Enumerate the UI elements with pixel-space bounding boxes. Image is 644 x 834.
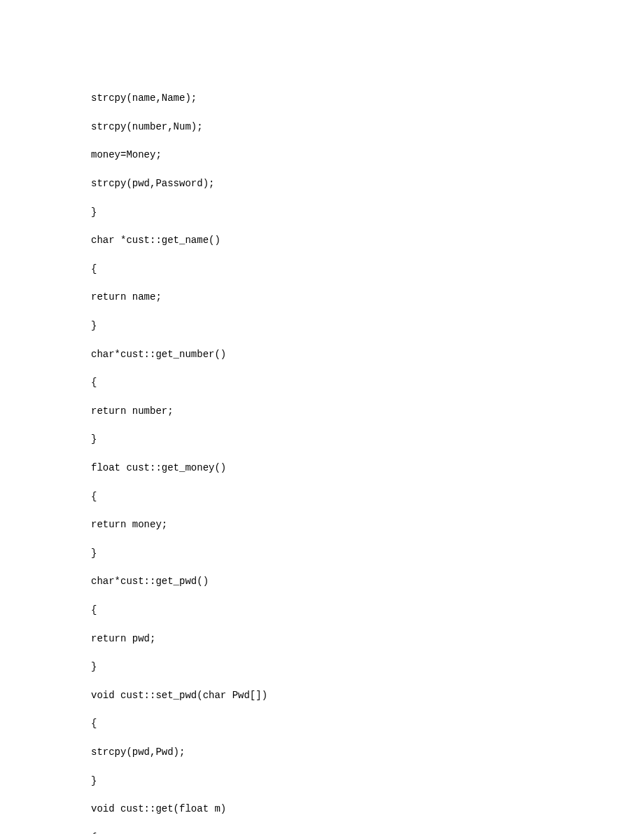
code-line: float cust::get_money() [91, 461, 553, 475]
code-line: strcpy(name,Name); [91, 91, 553, 105]
code-line: } [91, 774, 553, 788]
code-line: char*cust::get_pwd() [91, 574, 553, 588]
code-line: } [91, 546, 553, 560]
code-line: { [91, 262, 553, 276]
code-line: { [91, 603, 553, 617]
code-line: char*cust::get_number() [91, 347, 553, 361]
code-line: strcpy(pwd,Password); [91, 176, 553, 190]
code-line: } [91, 432, 553, 446]
code-line: return pwd; [91, 632, 553, 646]
code-line: { [91, 716, 553, 730]
document-page: strcpy(name,Name); strcpy(number,Num); m… [0, 0, 644, 834]
code-line: { [91, 489, 553, 503]
code-line: strcpy(pwd,Pwd); [91, 745, 553, 759]
code-line: money=Money; [91, 148, 553, 162]
code-line: } [91, 660, 553, 674]
code-line: } [91, 319, 553, 333]
code-line: char *cust::get_name() [91, 233, 553, 247]
code-line: return name; [91, 290, 553, 304]
code-line: return money; [91, 517, 553, 531]
code-line: void cust::get(float m) [91, 802, 553, 816]
code-line: } [91, 205, 553, 219]
code-line: void cust::set_pwd(char Pwd[]) [91, 688, 553, 702]
code-line: return number; [91, 404, 553, 418]
code-line: { [91, 375, 553, 389]
code-line: { [91, 830, 553, 834]
code-line: strcpy(number,Num); [91, 120, 553, 134]
